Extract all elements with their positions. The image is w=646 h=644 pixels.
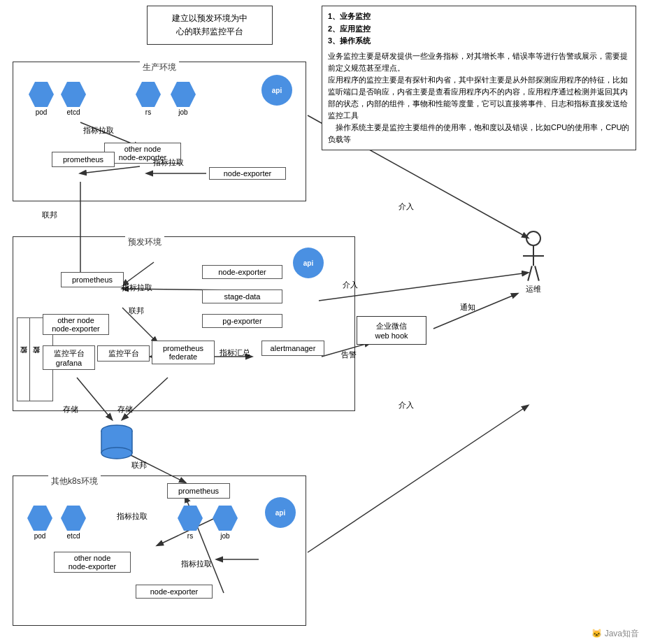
other-node-box-k8s: other node node-exporter <box>54 552 131 573</box>
tong-zhi-label: 通知 <box>460 302 475 313</box>
wechat-label1: 企业微信 <box>361 321 422 331</box>
stage-title: 预发环境 <box>125 236 164 248</box>
db-icon <box>99 424 134 464</box>
pod-label-prod: pod <box>29 108 54 116</box>
cun-chu-label2: 存储 <box>117 404 133 415</box>
metrics-pull-label-prod2: 指标拉取 <box>153 157 184 168</box>
svg-line-11 <box>308 406 528 552</box>
node-exporter-box-stage1: node-exporter <box>202 265 282 279</box>
metrics-summary-label: 指标汇总 <box>220 348 250 358</box>
node-exporter-label-prod2: node-exporter <box>210 169 285 178</box>
prometheus-federate-box: prometheus federate <box>152 341 215 364</box>
info-box: 1、业务监控2、应用监控3、操作系统 业务监控主要是研发提供一些业务指标，对其增… <box>322 6 636 150</box>
prometheus-label-k8s: prometheus <box>178 487 219 495</box>
alertmanager-label: alertmanager <box>271 344 316 352</box>
etcd-label-k8s: etcd <box>61 532 86 540</box>
svg-line-8 <box>433 294 517 329</box>
job-label-k8s: job <box>213 532 238 540</box>
prod-box: 生产环境 pod etcd rs job api 指标拉取 other nod <box>13 62 306 201</box>
pg-exporter-box: pg-exporter <box>202 314 282 328</box>
api-icon-prod: api <box>261 75 292 106</box>
svg-point-22 <box>101 448 132 459</box>
monitor-platform-box2: 监控平台 <box>97 345 150 362</box>
node-exporter-label-k8s2: node-exporter <box>150 587 199 596</box>
footer: 🐱 Java知音 <box>591 628 639 640</box>
metrics-pull-label-prod1: 指标拉取 <box>83 125 114 136</box>
rs-label-prod: rs <box>136 108 161 116</box>
alertmanager-box: alertmanager <box>261 341 324 356</box>
jie-ru-label2: 介入 <box>343 280 358 290</box>
pod-icon-k8s: pod <box>27 506 52 540</box>
k8s-title: 其他k8s环境 <box>48 475 101 487</box>
etcd-icon-k8s: etcd <box>61 506 86 540</box>
stage-data-box: stage-data <box>202 289 282 303</box>
node-exporter-box-k8s2: node-exporter <box>136 585 213 599</box>
monitor-platform-label1: 监控平台 <box>45 348 92 359</box>
jie-ru-label1: 介入 <box>399 201 414 212</box>
node-exporter-label-stage: node-exporter <box>45 324 107 333</box>
job-icon-k8s: job <box>213 506 238 540</box>
prometheus-box-stage: prometheus <box>61 272 124 287</box>
node-exporter-label-k8s1: node-exporter <box>56 562 129 571</box>
jie-ru-label3: 介入 <box>399 400 414 410</box>
rs-icon-prod: rs <box>136 82 161 116</box>
prometheus-label-stage: prometheus <box>72 276 113 284</box>
node-exporter-box-prod: node-exporter <box>209 167 286 180</box>
metrics-pull-k8s2: 指标拉取 <box>181 559 212 569</box>
gao-jing-label: 告警 <box>341 350 357 360</box>
api-icon-k8s: api <box>265 497 296 528</box>
title-line2: 心的联邦监控平台 <box>176 27 243 36</box>
lianban-label: 联邦 <box>42 210 57 220</box>
other-node-label-k8s: other node <box>56 554 129 562</box>
footer-text: 🐱 Java知音 <box>591 629 639 638</box>
k8s-box: 其他k8s环境 prometheus pod etcd rs job api <box>13 475 306 626</box>
prometheus-label-prod: prometheus <box>63 155 103 164</box>
yunwei-label: 运维 <box>523 284 544 294</box>
info-body: 业务监控主要是研发提供一些业务指标，对其增长率，错误率等进行告警或展示，需要提前… <box>328 50 630 145</box>
stick-figure: 运维 <box>523 231 544 294</box>
stage-box: 预发环境 prometheus 监控网络 监控网络 other node nod… <box>13 236 355 411</box>
prometheus-box-prod: prometheus <box>52 152 115 167</box>
cun-chu-label1: 存储 <box>63 404 78 415</box>
job-icon-prod: job <box>171 82 196 116</box>
lianban-label2: 联邦 <box>131 460 147 471</box>
prod-title: 生产环境 <box>140 62 179 73</box>
wechat-box: 企业微信 web hook <box>357 316 426 345</box>
metrics-pull-k8s1: 指标拉取 <box>117 511 148 522</box>
rs-label-k8s: rs <box>178 532 203 540</box>
prometheus-federate-label: prometheus <box>155 344 211 352</box>
other-node-box-stage: other node node-exporter <box>43 314 109 335</box>
other-node-label-stage: other node <box>45 316 107 324</box>
metrics-pull-stage: 指标拉取 <box>122 282 152 293</box>
wechat-label2: web hook <box>361 331 422 340</box>
lianban-stage: 联邦 <box>129 306 144 316</box>
monitor-platform-label2: 监控平台 <box>100 348 147 359</box>
prometheus-box-k8s: prometheus <box>167 483 230 499</box>
federate-label: federate <box>155 352 211 361</box>
rs-icon-k8s: rs <box>178 506 203 540</box>
info-items: 1、业务监控2、应用监控3、操作系统 <box>328 10 630 48</box>
diagram-container: 建立以预发环境为中 心的联邦监控平台 1、业务监控2、应用监控3、操作系统 业务… <box>0 0 646 644</box>
grafana-label: grafana <box>45 359 92 367</box>
pod-label-k8s: pod <box>27 532 52 540</box>
job-label-prod: job <box>171 108 196 116</box>
api-icon-stage: api <box>293 248 324 278</box>
grafana-box: 监控平台 grafana <box>43 345 95 370</box>
other-node-label-prod: other node <box>105 145 180 153</box>
etcd-icon-prod: etcd <box>61 82 86 116</box>
title-box: 建立以预发环境为中 心的联邦监控平台 <box>147 6 273 45</box>
title-line1: 建立以预发环境为中 <box>172 13 247 23</box>
etcd-label-prod: etcd <box>61 108 86 116</box>
pod-icon-prod: pod <box>29 82 54 116</box>
